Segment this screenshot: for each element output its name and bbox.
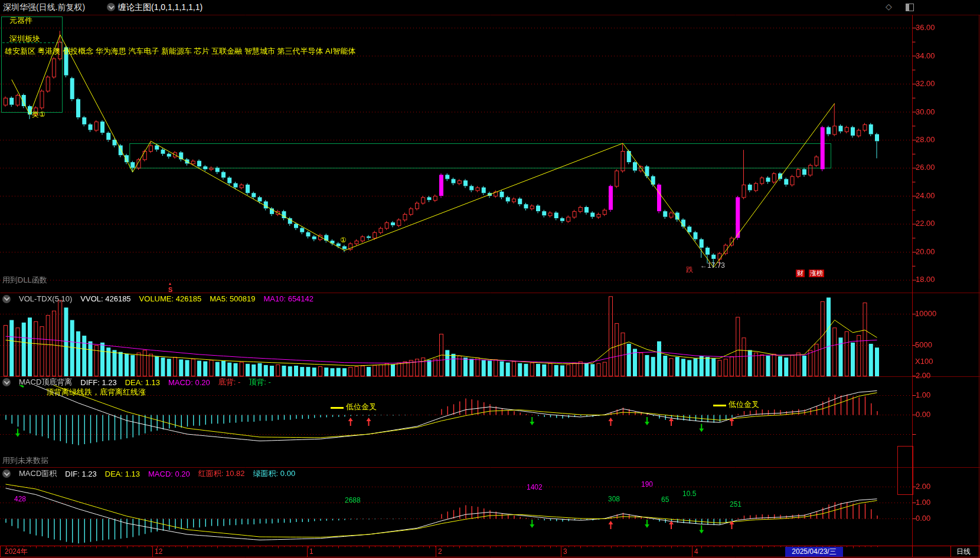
macd-macd-value: MACD: 0.20 bbox=[168, 378, 210, 387]
vvol-value: VVOL: 426185 bbox=[80, 294, 130, 303]
chan-pivot-1-label: ① bbox=[340, 237, 347, 244]
price-axis-32: 32.00 bbox=[916, 80, 935, 88]
golden-cross-label-2: 低位金叉 bbox=[729, 401, 759, 409]
area-axis-1: 1.00 bbox=[916, 498, 930, 507]
area-value-10-5: 10.5 bbox=[682, 490, 696, 498]
stock-terminal-window: 深圳华强(日线.前复权) 缠论主图(1,0,1,1,1,1,1) ◇ 元器件 深… bbox=[0, 0, 980, 558]
price-axis-30: 30.00 bbox=[916, 108, 935, 116]
area-pane-header: MACD面积 DIF: 1.23 DEA: 1.13 MACD: 0.20 红面… bbox=[2, 468, 295, 479]
macd-diff-value: DIFF: 1.23 bbox=[80, 378, 116, 387]
divergence-note: 顶背离绿线跌，底背离红线涨 bbox=[46, 388, 146, 396]
green-area-value: 绿面积: 0.00 bbox=[253, 468, 296, 479]
area-indicator-name[interactable]: MACD面积 bbox=[19, 468, 57, 479]
top-divergence-value: 顶背: - bbox=[249, 377, 271, 388]
low-price-label: ←17.73 bbox=[700, 262, 725, 270]
chan-class-label: 类① bbox=[32, 111, 45, 119]
sector-label-component: 元器件 bbox=[9, 17, 32, 25]
vol-axis-5000: 5000 bbox=[915, 341, 932, 349]
volume-pane-header: VOL-TDX(5,10) VVOL: 426185 VOLUME: 42618… bbox=[2, 294, 313, 303]
sector-label-shenzhen: 深圳板块 bbox=[9, 35, 40, 43]
top-bar: 深圳华强(日线.前复权) 缠论主图(1,0,1,1,1,1,1) bbox=[0, 0, 980, 15]
collapse-macd-icon[interactable] bbox=[2, 378, 11, 386]
period-selector[interactable]: 日线 bbox=[956, 547, 971, 556]
area-value-1402: 1402 bbox=[527, 484, 543, 491]
macd-indicator-name[interactable]: MACD顶底背离 bbox=[19, 377, 72, 388]
vol-axis-unit: X100 bbox=[915, 357, 933, 366]
fall-tag: 跌 bbox=[686, 266, 693, 274]
volume-value: VOLUME: 426185 bbox=[139, 294, 202, 303]
chevron-down-icon[interactable] bbox=[107, 3, 115, 11]
current-date-label: 2025/04/23/三 bbox=[785, 547, 843, 557]
sell-marker: S bbox=[168, 285, 172, 294]
area-value-190: 190 bbox=[641, 481, 653, 488]
vol-axis-10000: 10000 bbox=[915, 310, 936, 318]
concept-tags[interactable]: 雄安新区 粤港澳 创投概念 华为海思 汽车电子 新能源车 芯片 互联金融 智慧城… bbox=[5, 47, 355, 55]
macd-axis-0: 0.00 bbox=[916, 411, 930, 419]
area-dif-value: DIF: 1.23 bbox=[65, 470, 96, 478]
area-axis-0: 0.00 bbox=[916, 514, 930, 523]
price-axis-18: 18.00 bbox=[916, 275, 935, 284]
golden-cross-label-1: 低位金叉 bbox=[346, 403, 377, 411]
volume-indicator-name[interactable]: VOL-TDX(5,10) bbox=[19, 294, 72, 303]
macd-axis-1: 1.00 bbox=[916, 391, 930, 399]
area-value-2688: 2688 bbox=[345, 497, 361, 504]
area-macd-value: MACD: 0.20 bbox=[148, 470, 190, 478]
price-axis-36: 36.00 bbox=[916, 24, 935, 32]
time-axis-2: 2 bbox=[438, 547, 442, 556]
collapse-volume-icon[interactable] bbox=[2, 295, 11, 303]
price-axis-22: 22.00 bbox=[916, 219, 935, 228]
area-value-308: 308 bbox=[608, 495, 620, 503]
time-axis-3: 3 bbox=[563, 547, 567, 556]
macd-dea-value: DEA: 1.13 bbox=[125, 378, 160, 387]
price-axis-28: 28.00 bbox=[916, 136, 935, 144]
time-axis-4: 4 bbox=[694, 547, 698, 556]
price-axis-24: 24.00 bbox=[916, 192, 935, 200]
macd-pane-header: MACD顶底背离 DIFF: 1.23 DEA: 1.13 MACD: 0.20… bbox=[2, 377, 271, 388]
dll-note: 用到DLL函数 bbox=[2, 276, 47, 284]
area-value-65: 65 bbox=[661, 496, 669, 504]
future-data-note: 用到未来数据 bbox=[2, 457, 48, 465]
area-value-428: 428 bbox=[14, 495, 26, 503]
stock-title: 深圳华强(日线.前复权) bbox=[3, 2, 85, 13]
area-dea-value: DEA: 1.13 bbox=[105, 470, 140, 478]
area-value-251: 251 bbox=[730, 501, 741, 508]
main-indicator-name: 缠论主图(1,0,1,1,1,1,1) bbox=[118, 2, 202, 13]
gainers-badge[interactable]: 涨榜 bbox=[809, 270, 824, 277]
macd-axis-2: 2.00 bbox=[916, 372, 930, 380]
area-axis-2: 2.00 bbox=[916, 482, 930, 491]
time-axis-12: 12 bbox=[155, 547, 162, 556]
bottom-divergence-value: 底背: - bbox=[218, 377, 241, 388]
vol-ma5-value: MA5: 500819 bbox=[210, 294, 255, 303]
collapse-area-icon[interactable] bbox=[2, 470, 11, 478]
price-axis-26: 26.00 bbox=[916, 163, 935, 172]
price-axis-20: 20.00 bbox=[916, 248, 935, 256]
diamond-icon[interactable]: ◇ bbox=[886, 2, 892, 11]
finance-badge[interactable]: 财 bbox=[796, 270, 805, 277]
vol-ma10-value: MA10: 654142 bbox=[263, 294, 313, 303]
split-pane-icon[interactable] bbox=[906, 4, 914, 11]
price-axis-34: 34.00 bbox=[916, 52, 935, 60]
time-axis-2024: 2024年 bbox=[5, 547, 28, 556]
time-axis-1: 1 bbox=[309, 547, 313, 556]
red-area-value: 红面积: 10.82 bbox=[198, 468, 245, 479]
